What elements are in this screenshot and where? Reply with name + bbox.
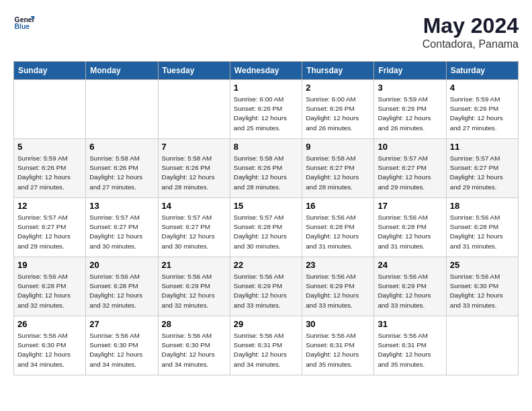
day-number: 31	[378, 319, 442, 329]
day-info: Sunrise: 5:56 AM Sunset: 6:31 PM Dayligh…	[378, 331, 442, 369]
location-subtitle: Contadora, Panama	[423, 38, 519, 50]
day-info: Sunrise: 5:56 AM Sunset: 6:28 PM Dayligh…	[306, 213, 370, 251]
day-number: 18	[450, 201, 515, 211]
logo-icon: General Blue	[13, 13, 35, 32]
calendar-cell: 18Sunrise: 5:56 AM Sunset: 6:28 PM Dayli…	[446, 198, 518, 257]
svg-text:Blue: Blue	[15, 23, 30, 30]
calendar-cell: 30Sunrise: 5:56 AM Sunset: 6:31 PM Dayli…	[302, 316, 374, 375]
calendar-cell	[446, 316, 518, 375]
calendar-cell: 5Sunrise: 5:59 AM Sunset: 6:26 PM Daylig…	[14, 139, 86, 198]
calendar-cell: 31Sunrise: 5:56 AM Sunset: 6:31 PM Dayli…	[374, 316, 446, 375]
calendar-cell: 13Sunrise: 5:57 AM Sunset: 6:27 PM Dayli…	[86, 198, 158, 257]
calendar-header-row: SundayMondayTuesdayWednesdayThursdayFrid…	[14, 62, 519, 80]
day-number: 8	[234, 142, 298, 152]
day-info: Sunrise: 5:58 AM Sunset: 6:26 PM Dayligh…	[89, 154, 154, 192]
day-info: Sunrise: 5:56 AM Sunset: 6:29 PM Dayligh…	[234, 272, 298, 310]
calendar-cell: 23Sunrise: 5:56 AM Sunset: 6:29 PM Dayli…	[302, 257, 374, 316]
day-info: Sunrise: 6:00 AM Sunset: 6:26 PM Dayligh…	[306, 95, 370, 133]
day-number: 14	[162, 201, 226, 211]
day-number: 7	[162, 142, 226, 152]
day-number: 24	[378, 260, 442, 270]
day-info: Sunrise: 5:56 AM Sunset: 6:29 PM Dayligh…	[378, 272, 442, 310]
day-number: 13	[89, 201, 154, 211]
calendar-cell: 22Sunrise: 5:56 AM Sunset: 6:29 PM Dayli…	[230, 257, 302, 316]
page-header: General Blue General Blue May 2024 Conta…	[13, 13, 519, 50]
day-info: Sunrise: 5:58 AM Sunset: 6:26 PM Dayligh…	[162, 154, 226, 192]
day-number: 27	[89, 319, 154, 329]
day-info: Sunrise: 5:56 AM Sunset: 6:29 PM Dayligh…	[306, 272, 370, 310]
calendar-cell: 4Sunrise: 5:59 AM Sunset: 6:26 PM Daylig…	[446, 80, 518, 139]
day-info: Sunrise: 5:56 AM Sunset: 6:28 PM Dayligh…	[378, 213, 442, 251]
day-header-saturday: Saturday	[446, 62, 518, 80]
day-number: 16	[306, 201, 370, 211]
day-number: 15	[234, 201, 298, 211]
calendar-cell: 1Sunrise: 6:00 AM Sunset: 6:26 PM Daylig…	[230, 80, 302, 139]
calendar-cell	[14, 80, 86, 139]
calendar-week-row: 19Sunrise: 5:56 AM Sunset: 6:28 PM Dayli…	[14, 257, 519, 316]
calendar-cell	[158, 80, 230, 139]
calendar-cell: 9Sunrise: 5:58 AM Sunset: 6:27 PM Daylig…	[302, 139, 374, 198]
day-header-sunday: Sunday	[14, 62, 86, 80]
day-number: 25	[450, 260, 515, 270]
day-info: Sunrise: 5:56 AM Sunset: 6:28 PM Dayligh…	[450, 213, 515, 251]
day-header-wednesday: Wednesday	[230, 62, 302, 80]
day-info: Sunrise: 5:57 AM Sunset: 6:27 PM Dayligh…	[162, 213, 226, 251]
calendar-cell: 8Sunrise: 5:58 AM Sunset: 6:26 PM Daylig…	[230, 139, 302, 198]
day-number: 19	[17, 260, 82, 270]
calendar-week-row: 1Sunrise: 6:00 AM Sunset: 6:26 PM Daylig…	[14, 80, 519, 139]
day-info: Sunrise: 5:56 AM Sunset: 6:30 PM Dayligh…	[450, 272, 515, 310]
day-info: Sunrise: 5:56 AM Sunset: 6:28 PM Dayligh…	[17, 272, 82, 310]
day-number: 2	[306, 83, 370, 93]
day-number: 22	[234, 260, 298, 270]
day-info: Sunrise: 5:57 AM Sunset: 6:27 PM Dayligh…	[89, 213, 154, 251]
calendar-cell: 11Sunrise: 5:57 AM Sunset: 6:27 PM Dayli…	[446, 139, 518, 198]
day-info: Sunrise: 5:59 AM Sunset: 6:26 PM Dayligh…	[17, 154, 82, 192]
day-number: 11	[450, 142, 515, 152]
day-header-thursday: Thursday	[302, 62, 374, 80]
day-info: Sunrise: 5:56 AM Sunset: 6:31 PM Dayligh…	[306, 331, 370, 369]
day-number: 20	[89, 260, 154, 270]
title-block: May 2024 Contadora, Panama	[423, 13, 519, 50]
calendar-table: SundayMondayTuesdayWednesdayThursdayFrid…	[13, 61, 519, 375]
calendar-week-row: 12Sunrise: 5:57 AM Sunset: 6:27 PM Dayli…	[14, 198, 519, 257]
day-info: Sunrise: 5:56 AM Sunset: 6:30 PM Dayligh…	[89, 331, 154, 369]
day-header-monday: Monday	[86, 62, 158, 80]
calendar-cell: 6Sunrise: 5:58 AM Sunset: 6:26 PM Daylig…	[86, 139, 158, 198]
calendar-cell: 28Sunrise: 5:56 AM Sunset: 6:30 PM Dayli…	[158, 316, 230, 375]
day-info: Sunrise: 5:59 AM Sunset: 6:26 PM Dayligh…	[378, 95, 442, 133]
day-number: 30	[306, 319, 370, 329]
day-info: Sunrise: 6:00 AM Sunset: 6:26 PM Dayligh…	[234, 95, 298, 133]
calendar-cell: 21Sunrise: 5:56 AM Sunset: 6:29 PM Dayli…	[158, 257, 230, 316]
day-info: Sunrise: 5:56 AM Sunset: 6:30 PM Dayligh…	[17, 331, 82, 369]
day-number: 1	[234, 83, 298, 93]
day-number: 5	[17, 142, 82, 152]
calendar-cell: 2Sunrise: 6:00 AM Sunset: 6:26 PM Daylig…	[302, 80, 374, 139]
day-number: 17	[378, 201, 442, 211]
day-number: 29	[234, 319, 298, 329]
calendar-cell: 20Sunrise: 5:56 AM Sunset: 6:28 PM Dayli…	[86, 257, 158, 316]
day-info: Sunrise: 5:56 AM Sunset: 6:29 PM Dayligh…	[162, 272, 226, 310]
day-info: Sunrise: 5:58 AM Sunset: 6:27 PM Dayligh…	[306, 154, 370, 192]
calendar-cell: 24Sunrise: 5:56 AM Sunset: 6:29 PM Dayli…	[374, 257, 446, 316]
day-number: 26	[17, 319, 82, 329]
day-number: 28	[162, 319, 226, 329]
day-number: 6	[89, 142, 154, 152]
calendar-cell: 7Sunrise: 5:58 AM Sunset: 6:26 PM Daylig…	[158, 139, 230, 198]
calendar-cell: 25Sunrise: 5:56 AM Sunset: 6:30 PM Dayli…	[446, 257, 518, 316]
day-number: 3	[378, 83, 442, 93]
day-number: 10	[378, 142, 442, 152]
day-number: 9	[306, 142, 370, 152]
logo: General Blue General Blue	[13, 13, 35, 32]
day-number: 21	[162, 260, 226, 270]
day-info: Sunrise: 5:57 AM Sunset: 6:27 PM Dayligh…	[17, 213, 82, 251]
day-header-tuesday: Tuesday	[158, 62, 230, 80]
day-info: Sunrise: 5:56 AM Sunset: 6:28 PM Dayligh…	[89, 272, 154, 310]
day-info: Sunrise: 5:56 AM Sunset: 6:31 PM Dayligh…	[234, 331, 298, 369]
calendar-cell: 3Sunrise: 5:59 AM Sunset: 6:26 PM Daylig…	[374, 80, 446, 139]
calendar-body: 1Sunrise: 6:00 AM Sunset: 6:26 PM Daylig…	[14, 80, 519, 375]
day-info: Sunrise: 5:58 AM Sunset: 6:26 PM Dayligh…	[234, 154, 298, 192]
calendar-cell: 19Sunrise: 5:56 AM Sunset: 6:28 PM Dayli…	[14, 257, 86, 316]
day-info: Sunrise: 5:57 AM Sunset: 6:28 PM Dayligh…	[234, 213, 298, 251]
day-number: 4	[450, 83, 515, 93]
month-title: May 2024	[423, 13, 519, 38]
